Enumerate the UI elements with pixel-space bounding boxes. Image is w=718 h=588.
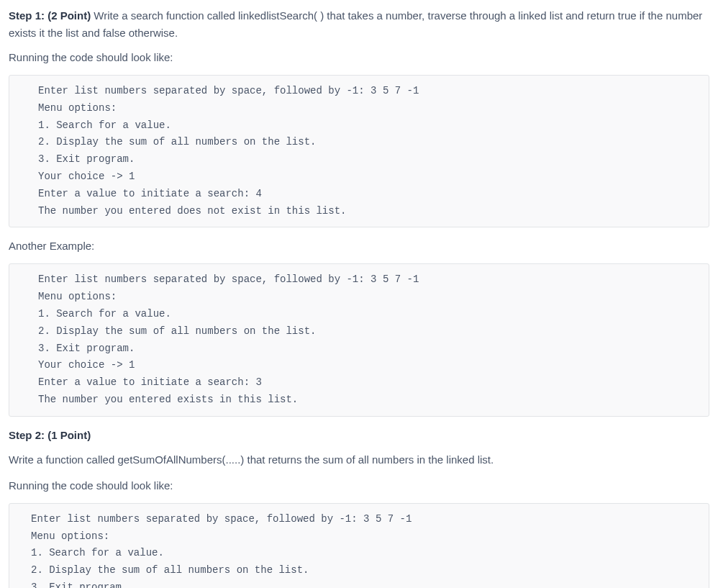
step2-title: Step 2: (1 Point) <box>9 429 91 441</box>
step2-heading: Step 2: (1 Point) <box>9 427 709 444</box>
step2-code-block-1: Enter list numbers separated by space, f… <box>9 503 709 588</box>
step1-code-block-2: Enter list numbers separated by space, f… <box>9 263 709 416</box>
step1-heading: Step 1: (2 Point) Write a search functio… <box>9 7 709 42</box>
step1-running-label: Running the code should look like: <box>9 49 709 66</box>
step1-code-block-1: Enter list numbers separated by space, f… <box>9 75 709 227</box>
step1-another-example-label: Another Example: <box>9 238 709 255</box>
step2-running-label: Running the code should look like: <box>9 477 709 494</box>
step1-description: Write a search function called linkedlis… <box>9 9 702 39</box>
step1-title: Step 1: (2 Point) <box>9 9 94 22</box>
step2-description: Write a function called getSumOfAllNumbe… <box>9 451 709 469</box>
